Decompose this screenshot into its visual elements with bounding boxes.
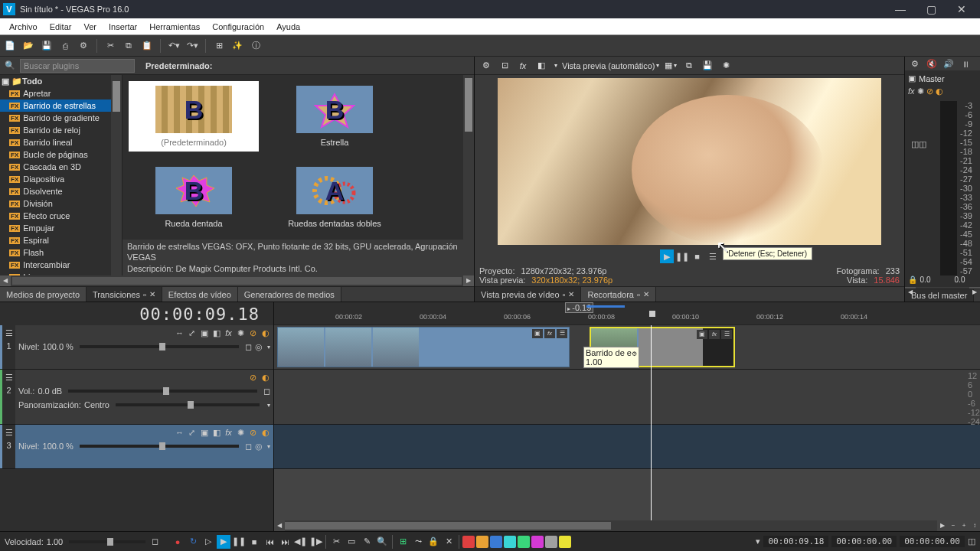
- tree-item[interactable]: FXDivisión: [0, 197, 122, 210]
- play-from-start-button[interactable]: ▷: [201, 535, 215, 549]
- reset-speed-icon[interactable]: ◻: [152, 536, 158, 546]
- preset-vscroll[interactable]: [463, 75, 474, 253]
- tree-root[interactable]: ▣ 📁 Todo: [0, 75, 122, 87]
- tree-item[interactable]: FXEfecto cruce: [0, 210, 122, 222]
- scroll-left-icon[interactable]: ◀: [274, 520, 285, 531]
- speed-slider[interactable]: [69, 540, 145, 543]
- undo-icon[interactable]: ↶▾: [167, 39, 181, 53]
- loop-button[interactable]: ↻: [186, 535, 200, 549]
- stereo-link-icon[interactable]: ◫◫: [911, 139, 926, 149]
- close-button[interactable]: ✕: [946, 0, 977, 18]
- track-header-1[interactable]: ☰1 ↔⤢▣◧fx✺⊘◐ Nivel:100.0 %◻◎▾: [0, 325, 273, 370]
- snap-toggle-icon[interactable]: ⊞: [396, 535, 410, 549]
- tree-item[interactable]: FXDisolvente: [0, 185, 122, 197]
- mono-icon[interactable]: ◐: [936, 86, 943, 96]
- tree-item[interactable]: FXApretar: [0, 87, 122, 99]
- track-number[interactable]: ☰3: [0, 425, 15, 468]
- save-icon[interactable]: 💾: [40, 39, 54, 53]
- prev-frame-button[interactable]: ◀❚: [293, 535, 307, 549]
- play-button[interactable]: ▶: [217, 535, 230, 549]
- marker-orange-icon[interactable]: [476, 536, 488, 548]
- keyframe-icon[interactable]: ◻: [245, 342, 252, 352]
- track-icons[interactable]: ↔⤢▣◧fx✺⊘◐: [175, 428, 270, 438]
- tree-item[interactable]: FXIntercambiar: [0, 259, 122, 271]
- track-header-3[interactable]: ☰3 ↔⤢▣◧fx✺⊘◐ Nivel:100.0 %◻◎▾: [0, 425, 273, 469]
- help-icon[interactable]: ⓘ: [249, 39, 263, 53]
- preset-card[interactable]: B (Predeterminado): [129, 81, 259, 152]
- envelope-tool-icon[interactable]: ✎: [360, 535, 374, 549]
- menu-ayuda[interactable]: Ayuda: [270, 21, 306, 33]
- split-screen-icon[interactable]: ◧: [534, 59, 548, 73]
- go-end-button[interactable]: ⏭: [278, 535, 292, 549]
- minimize-button[interactable]: —: [885, 0, 916, 18]
- level-slider[interactable]: [80, 445, 239, 448]
- scrub-handle[interactable]: [586, 305, 625, 308]
- track-number[interactable]: ☰1: [0, 325, 15, 369]
- record-button[interactable]: ●: [171, 535, 185, 549]
- close-tab-icon[interactable]: ✕: [149, 290, 155, 298]
- track-number[interactable]: ☰2: [0, 370, 15, 424]
- timeline-hscroll[interactable]: ◀ ▶ − + ↕: [274, 520, 980, 531]
- dropdown-icon[interactable]: ▾: [267, 344, 270, 350]
- menu-editar[interactable]: Editar: [44, 21, 78, 33]
- timeline-ruler[interactable]: ▸ -0.19 00:00:02 00:00:04 00:00:06 00:00…: [274, 302, 980, 325]
- open-icon[interactable]: 📂: [21, 39, 35, 53]
- stop-button[interactable]: ■: [247, 535, 261, 549]
- video-fx-icon[interactable]: fx: [516, 59, 530, 73]
- auto-ripple-icon[interactable]: ⤳: [411, 535, 425, 549]
- scroll-right-icon[interactable]: ▶: [937, 520, 948, 531]
- keyframe-icon[interactable]: ◻: [245, 442, 252, 452]
- tab-efectos[interactable]: Efectos de vídeo: [162, 287, 238, 302]
- marker-icon[interactable]: ✨: [230, 39, 244, 53]
- maximize-button[interactable]: ▢: [916, 0, 946, 18]
- tab-recortadora[interactable]: Recortadora▫✕: [581, 287, 655, 302]
- next-frame-button[interactable]: ❚▶: [309, 535, 322, 549]
- snap-icon[interactable]: ⊞: [212, 39, 226, 53]
- tab-generadores[interactable]: Generadores de medios: [238, 287, 341, 302]
- vol-slider[interactable]: [68, 390, 257, 393]
- tab-vista-previa[interactable]: Vista previa de vídeo▫✕: [475, 287, 581, 302]
- track-icons[interactable]: ↔⤢▣◧fx✺⊘◐: [175, 328, 270, 338]
- timecode-display[interactable]: 00:00:09.18: [0, 302, 273, 325]
- track-icons[interactable]: ⊘◐: [248, 373, 270, 383]
- tree-item[interactable]: FXDiapositiva: [0, 173, 122, 185]
- preview-quality-dropdown[interactable]: Vista previa (automático) ▾: [562, 61, 659, 70]
- gear-icon[interactable]: ⚙: [908, 57, 922, 70]
- paste-icon[interactable]: 📋: [140, 39, 154, 53]
- project-settings-icon[interactable]: ⚙: [479, 59, 493, 73]
- pan-slider[interactable]: [116, 403, 260, 406]
- menu-archivo[interactable]: Archivo: [3, 21, 44, 33]
- copy-icon[interactable]: ⧉: [122, 39, 136, 53]
- preset-card[interactable]: A Ruedas dentadas dobles: [270, 162, 400, 233]
- preset-card[interactable]: B Rueda dentada: [129, 162, 259, 233]
- search-input[interactable]: Buscar plugins: [20, 59, 135, 73]
- marker-icon[interactable]: [649, 311, 655, 317]
- tree-vscroll[interactable]: [111, 75, 122, 276]
- clip-tools[interactable]: ▣fx☰: [532, 329, 567, 338]
- dropdown-icon[interactable]: ▾: [756, 536, 760, 546]
- properties-icon[interactable]: ⚙: [77, 39, 90, 53]
- close-tab-icon[interactable]: ✕: [643, 290, 649, 298]
- menu-ver[interactable]: Ver: [77, 21, 103, 33]
- marker-yellow-icon[interactable]: [559, 536, 571, 548]
- track-header-2[interactable]: ☰2 ⊘◐ Vol.:0.0 dB◻ Panoramización:Centro…: [0, 370, 273, 425]
- redo-icon[interactable]: ↷▾: [185, 39, 199, 53]
- marker-green-icon[interactable]: [518, 536, 530, 548]
- marker-cyan-icon[interactable]: [504, 536, 516, 548]
- tree-item[interactable]: FXEspiral: [0, 234, 122, 246]
- timecode-3[interactable]: 00:00:00.00: [900, 536, 965, 547]
- track-lane-1[interactable]: ▣fx☰ ▣fx☰ Barrido de e⚙1.00: [274, 325, 980, 370]
- select-tool-icon[interactable]: ▭: [345, 535, 358, 549]
- tree-item[interactable]: FXFlash: [0, 246, 122, 259]
- master-hscroll[interactable]: ◀▶: [905, 287, 980, 289]
- dropdown-icon[interactable]: ▾: [267, 402, 270, 409]
- level-slider[interactable]: [80, 345, 239, 348]
- zoom-in-icon[interactable]: +: [959, 520, 969, 531]
- tree-item[interactable]: FXBarrido de reloj: [0, 124, 122, 136]
- dock-icon[interactable]: ◫: [968, 536, 975, 546]
- automation-icon[interactable]: ✺: [917, 86, 924, 96]
- marker-magenta-icon[interactable]: [531, 536, 544, 548]
- close-tab-icon[interactable]: ✕: [568, 290, 574, 298]
- render-icon[interactable]: ⎙: [58, 39, 72, 53]
- menu-herramientas[interactable]: Herramientas: [143, 21, 206, 33]
